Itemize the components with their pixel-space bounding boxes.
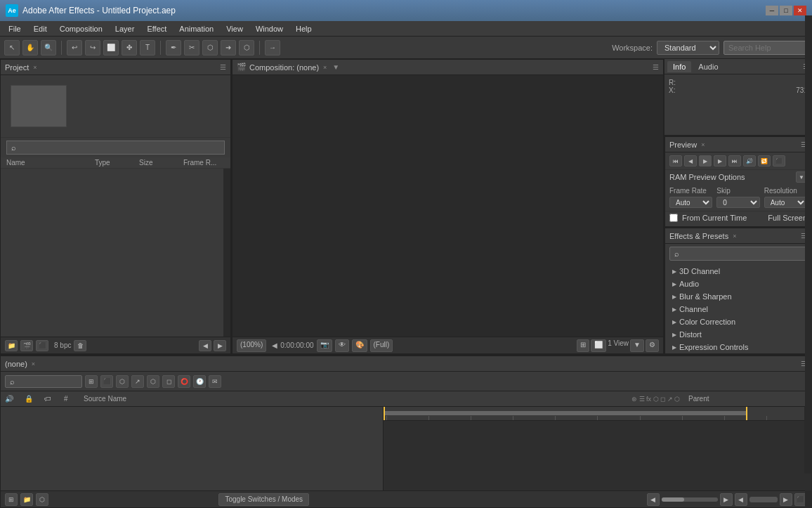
preview-prev-button[interactable]: ◀ [684, 155, 697, 167]
tool-mask[interactable]: ✂ [184, 40, 199, 56]
tl-btn-5[interactable]: ⬡ [147, 375, 159, 388]
menu-layer[interactable]: Layer [110, 23, 140, 34]
tl-footer-btn-3[interactable]: ⬡ [36, 493, 48, 506]
project-panel-menu[interactable]: ☰ [220, 63, 226, 71]
preview-loop-button[interactable]: 🔁 [758, 155, 771, 167]
tool-paint[interactable]: ➜ [221, 40, 236, 56]
from-current-checkbox[interactable] [669, 214, 678, 222]
maximize-button[interactable]: □ [780, 6, 792, 15]
show-snapshot-button[interactable]: 👁 [335, 339, 349, 352]
preview-audio-button[interactable]: 🔊 [743, 155, 756, 167]
tl-footer-btn-2[interactable]: 📁 [20, 493, 33, 506]
tool-puppet[interactable]: ⬡ [239, 40, 254, 56]
tool-pen[interactable]: ✒ [166, 40, 181, 56]
new-folder-button[interactable]: 📁 [5, 340, 18, 351]
preview-last-button[interactable]: ⏭ [728, 155, 741, 167]
scroll-left-button[interactable]: ◀ [199, 340, 211, 351]
menu-composition[interactable]: Composition [54, 23, 108, 34]
timeline-panel-close[interactable]: × [32, 360, 35, 367]
new-solid-button[interactable]: ⬛ [36, 340, 48, 351]
tl-zoom-out-button[interactable]: ◀ [647, 493, 660, 506]
tl-footer-btn-1[interactable]: ⊞ [5, 493, 18, 506]
delete-button[interactable]: 🗑 [74, 340, 86, 351]
tl-btn-9[interactable]: ✉ [209, 375, 221, 388]
menu-help[interactable]: Help [290, 23, 317, 34]
tool-zoom[interactable]: 🔍 [41, 40, 56, 56]
timeline-hscroll-bar[interactable] [749, 497, 778, 502]
frame-rate-select[interactable]: Auto [669, 197, 712, 208]
tl-btn-1[interactable]: ⊞ [85, 375, 98, 388]
tl-btn-2[interactable]: ⬛ [100, 375, 113, 388]
transparency-button[interactable]: ⬜ [591, 339, 606, 352]
effect-color-correction[interactable]: ▶ Color Correction [665, 315, 811, 328]
tool-hand[interactable]: ✋ [22, 40, 38, 56]
comp-settings-button[interactable]: ⚙ [646, 339, 659, 352]
tool-shape[interactable]: ⬜ [103, 40, 119, 56]
effect-expression[interactable]: ▶ Expression Controls [665, 341, 811, 353]
close-button[interactable]: ✕ [794, 6, 806, 15]
comp-panel-arrow[interactable]: ▼ [332, 63, 339, 71]
skip-select[interactable]: 0 [716, 197, 759, 208]
effect-3d-channel[interactable]: ▶ 3D Channel [665, 265, 811, 278]
menu-effect[interactable]: Effect [141, 23, 172, 34]
tool-text[interactable]: T [140, 40, 155, 56]
snapshot-button[interactable]: 📷 [317, 339, 332, 352]
effects-scrollbar[interactable] [805, 228, 812, 354]
tl-btn-8[interactable]: 🕐 [193, 375, 206, 388]
tl-hscroll-right[interactable]: ▶ [780, 493, 792, 506]
tab-audio[interactable]: Audio [693, 61, 723, 72]
tool-redo[interactable]: ↪ [85, 40, 100, 56]
effect-distort[interactable]: ▶ Distort [665, 328, 811, 341]
tl-btn-3[interactable]: ⬡ [116, 375, 129, 388]
tool-stamp[interactable]: ⬡ [202, 40, 218, 56]
preview-play-button[interactable]: ▶ [699, 155, 712, 167]
tl-zoom-in-button[interactable]: ▶ [720, 493, 733, 506]
preview-next-button[interactable]: ▶ [714, 155, 726, 167]
menu-animation[interactable]: Animation [173, 23, 219, 34]
tool-arrow[interactable]: → [265, 40, 280, 56]
preview-more-button[interactable]: ⬛ [773, 155, 785, 167]
comp-panel-close[interactable]: × [323, 64, 327, 71]
tl-btn-4[interactable]: ↗ [131, 375, 144, 388]
effects-panel-close[interactable]: × [733, 233, 736, 240]
tl-btn-7[interactable]: ⭕ [178, 375, 190, 388]
project-scrollbar[interactable] [223, 169, 230, 337]
project-search-input[interactable] [6, 141, 225, 155]
new-comp-button[interactable]: 🎬 [20, 340, 33, 351]
tl-btn-6[interactable]: ◻ [162, 375, 175, 388]
tool-undo[interactable]: ↩ [67, 40, 82, 56]
effect-audio[interactable]: ▶ Audio [665, 278, 811, 290]
preview-first-button[interactable]: ⏮ [669, 155, 682, 167]
effects-search-input[interactable] [669, 247, 807, 261]
magnification-select[interactable]: (100%) [237, 339, 266, 352]
grid-view-button[interactable]: ⊞ [577, 339, 589, 352]
effect-channel[interactable]: ▶ Channel [665, 303, 811, 315]
scroll-right-button[interactable]: ▶ [214, 340, 226, 351]
timeline-search-input[interactable] [5, 375, 82, 388]
timeline-vscroll[interactable] [804, 407, 811, 474]
effect-blur-sharpen[interactable]: ▶ Blur & Sharpen [665, 290, 811, 303]
window-controls[interactable]: ─ □ ✕ [766, 6, 806, 15]
workspace-select[interactable]: Standard [657, 41, 719, 55]
comp-panel-menu[interactable]: ☰ [653, 63, 659, 71]
tool-move[interactable]: ✤ [122, 40, 137, 56]
menu-file[interactable]: File [3, 23, 27, 34]
project-panel-close[interactable]: × [33, 64, 37, 71]
timeline-zoom-slider[interactable] [662, 497, 718, 502]
timeline-ruler [384, 407, 811, 421]
tab-info[interactable]: Info [667, 61, 691, 72]
comp-resolution-btn[interactable]: ◀ [272, 341, 277, 349]
toggle-switches-button[interactable]: Toggle Switches / Modes [218, 493, 309, 506]
preview-panel-close[interactable]: × [701, 141, 705, 148]
resolution-select[interactable]: Auto [764, 197, 807, 208]
tool-select[interactable]: ↖ [4, 40, 20, 56]
quality-select[interactable]: (Full) [370, 339, 393, 352]
menu-window[interactable]: Window [250, 23, 289, 34]
tl-hscroll-left[interactable]: ◀ [735, 493, 747, 506]
minimize-button[interactable]: ─ [766, 6, 778, 15]
show-channel-button[interactable]: 🎨 [352, 339, 367, 352]
search-help-input[interactable] [723, 41, 808, 55]
view-select-button[interactable]: ▼ [630, 339, 644, 352]
menu-view[interactable]: View [221, 23, 249, 34]
menu-edit[interactable]: Edit [28, 23, 53, 34]
